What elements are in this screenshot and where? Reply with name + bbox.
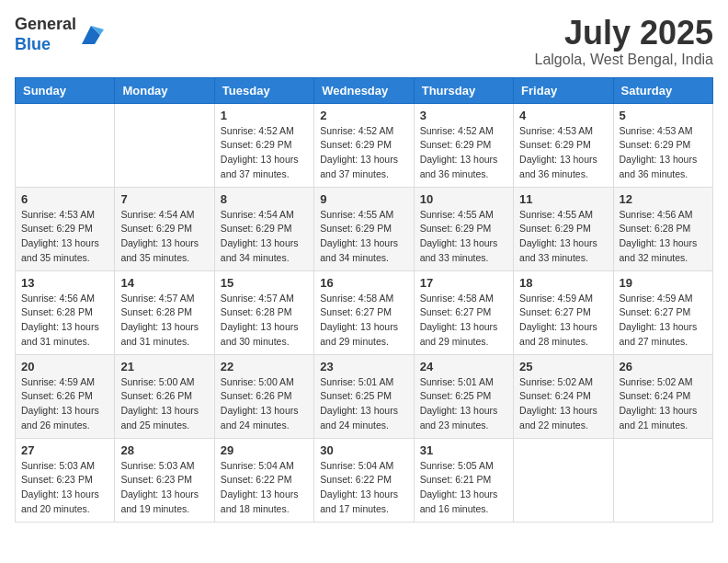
day-info: Sunrise: 4:55 AMSunset: 6:29 PMDaylight:…: [420, 208, 507, 266]
day-info: Sunrise: 5:01 AMSunset: 6:25 PMDaylight:…: [420, 375, 507, 433]
day-number: 5: [620, 109, 707, 122]
day-number: 14: [120, 276, 208, 290]
calendar-cell: 9Sunrise: 4:55 AMSunset: 6:29 PMDaylight…: [314, 187, 414, 270]
day-info: Sunrise: 5:00 AMSunset: 6:26 PMDaylight:…: [221, 375, 308, 433]
day-number: 21: [120, 360, 208, 373]
day-info: Sunrise: 4:56 AMSunset: 6:28 PMDaylight:…: [21, 292, 108, 350]
day-info: Sunrise: 5:04 AMSunset: 6:22 PMDaylight:…: [320, 459, 407, 517]
day-info: Sunrise: 4:58 AMSunset: 6:27 PMDaylight:…: [320, 292, 407, 350]
day-number: 9: [320, 192, 407, 206]
calendar-cell: 8Sunrise: 4:54 AMSunset: 6:29 PMDaylight…: [214, 187, 313, 270]
day-info: Sunrise: 4:53 AMSunset: 6:29 PMDaylight:…: [620, 124, 707, 182]
logo-general: General: [15, 15, 76, 33]
day-number: 29: [221, 443, 308, 457]
calendar-cell: 7Sunrise: 4:54 AMSunset: 6:29 PMDaylight…: [115, 187, 214, 270]
day-number: 7: [120, 192, 208, 206]
day-number: 11: [519, 192, 607, 206]
day-number: 15: [221, 276, 308, 290]
month-title: July 2025: [535, 15, 714, 52]
location-title: Lalgola, West Bengal, India: [535, 52, 714, 68]
day-info: Sunrise: 5:00 AMSunset: 6:26 PMDaylight:…: [120, 375, 208, 433]
calendar-cell: [613, 438, 712, 522]
day-info: Sunrise: 5:03 AMSunset: 6:23 PMDaylight:…: [120, 459, 208, 517]
calendar-cell: 29Sunrise: 5:04 AMSunset: 6:22 PMDayligh…: [214, 438, 313, 522]
header-tuesday: Tuesday: [214, 77, 313, 103]
day-info: Sunrise: 4:59 AMSunset: 6:26 PMDaylight:…: [21, 375, 108, 433]
calendar-table: SundayMondayTuesdayWednesdayThursdayFrid…: [15, 77, 713, 523]
day-info: Sunrise: 5:04 AMSunset: 6:22 PMDaylight:…: [221, 459, 308, 517]
calendar-cell: 26Sunrise: 5:02 AMSunset: 6:24 PMDayligh…: [613, 354, 712, 438]
day-number: 8: [221, 192, 308, 206]
week-row-5: 27Sunrise: 5:03 AMSunset: 6:23 PMDayligh…: [16, 438, 713, 522]
calendar-cell: 17Sunrise: 4:58 AMSunset: 6:27 PMDayligh…: [414, 270, 513, 354]
day-number: 25: [519, 360, 607, 373]
calendar-cell: 20Sunrise: 4:59 AMSunset: 6:26 PMDayligh…: [16, 354, 115, 438]
calendar-cell: 31Sunrise: 5:05 AMSunset: 6:21 PMDayligh…: [414, 438, 513, 522]
title-block: July 2025 Lalgola, West Bengal, India: [535, 15, 714, 68]
day-info: Sunrise: 5:03 AMSunset: 6:23 PMDaylight:…: [21, 459, 108, 517]
calendar-cell: 16Sunrise: 4:58 AMSunset: 6:27 PMDayligh…: [314, 270, 414, 354]
week-row-4: 20Sunrise: 4:59 AMSunset: 6:26 PMDayligh…: [16, 354, 713, 438]
day-info: Sunrise: 4:55 AMSunset: 6:29 PMDaylight:…: [320, 208, 407, 266]
day-number: 30: [320, 443, 407, 457]
calendar-cell: 25Sunrise: 5:02 AMSunset: 6:24 PMDayligh…: [514, 354, 613, 438]
day-number: 13: [21, 276, 108, 290]
day-info: Sunrise: 4:56 AMSunset: 6:28 PMDaylight:…: [620, 208, 707, 266]
header-wednesday: Wednesday: [314, 77, 414, 103]
day-info: Sunrise: 4:58 AMSunset: 6:27 PMDaylight:…: [420, 292, 507, 350]
calendar-cell: [514, 438, 613, 522]
calendar-cell: 1Sunrise: 4:52 AMSunset: 6:29 PMDaylight…: [214, 103, 313, 187]
calendar-cell: 11Sunrise: 4:55 AMSunset: 6:29 PMDayligh…: [514, 187, 613, 270]
calendar-cell: 22Sunrise: 5:00 AMSunset: 6:26 PMDayligh…: [214, 354, 313, 438]
calendar-cell: 24Sunrise: 5:01 AMSunset: 6:25 PMDayligh…: [414, 354, 513, 438]
calendar-cell: 5Sunrise: 4:53 AMSunset: 6:29 PMDaylight…: [613, 103, 712, 187]
day-number: 12: [620, 192, 707, 206]
day-number: 20: [21, 360, 108, 373]
day-info: Sunrise: 4:55 AMSunset: 6:29 PMDaylight:…: [519, 208, 607, 266]
calendar-cell: 28Sunrise: 5:03 AMSunset: 6:23 PMDayligh…: [115, 438, 214, 522]
day-number: 1: [221, 109, 308, 122]
day-number: 19: [620, 276, 707, 290]
calendar-cell: [115, 103, 214, 187]
header-monday: Monday: [115, 77, 214, 103]
day-number: 24: [420, 360, 507, 373]
logo: General Blue: [15, 15, 104, 54]
day-info: Sunrise: 4:52 AMSunset: 6:29 PMDaylight:…: [221, 124, 308, 182]
day-number: 28: [120, 443, 208, 457]
calendar-cell: [16, 103, 115, 187]
day-info: Sunrise: 4:59 AMSunset: 6:27 PMDaylight:…: [620, 292, 707, 350]
calendar-cell: 23Sunrise: 5:01 AMSunset: 6:25 PMDayligh…: [314, 354, 414, 438]
week-row-3: 13Sunrise: 4:56 AMSunset: 6:28 PMDayligh…: [16, 270, 713, 354]
day-number: 3: [420, 109, 507, 122]
calendar-cell: 12Sunrise: 4:56 AMSunset: 6:28 PMDayligh…: [613, 187, 712, 270]
day-info: Sunrise: 4:53 AMSunset: 6:29 PMDaylight:…: [519, 124, 607, 182]
day-info: Sunrise: 4:52 AMSunset: 6:29 PMDaylight:…: [420, 124, 507, 182]
calendar-cell: 6Sunrise: 4:53 AMSunset: 6:29 PMDaylight…: [16, 187, 115, 270]
logo-blue: Blue: [15, 35, 51, 53]
day-number: 17: [420, 276, 507, 290]
header-saturday: Saturday: [613, 77, 712, 103]
day-info: Sunrise: 5:02 AMSunset: 6:24 PMDaylight:…: [519, 375, 607, 433]
day-number: 23: [320, 360, 407, 373]
calendar-cell: 21Sunrise: 5:00 AMSunset: 6:26 PMDayligh…: [115, 354, 214, 438]
day-number: 27: [21, 443, 108, 457]
header-thursday: Thursday: [414, 77, 513, 103]
header-friday: Friday: [514, 77, 613, 103]
calendar-cell: 30Sunrise: 5:04 AMSunset: 6:22 PMDayligh…: [314, 438, 414, 522]
week-row-2: 6Sunrise: 4:53 AMSunset: 6:29 PMDaylight…: [16, 187, 713, 270]
calendar-cell: 19Sunrise: 4:59 AMSunset: 6:27 PMDayligh…: [613, 270, 712, 354]
calendar-cell: 4Sunrise: 4:53 AMSunset: 6:29 PMDaylight…: [514, 103, 613, 187]
calendar-cell: 2Sunrise: 4:52 AMSunset: 6:29 PMDaylight…: [314, 103, 414, 187]
day-info: Sunrise: 5:01 AMSunset: 6:25 PMDaylight:…: [320, 375, 407, 433]
calendar-cell: 13Sunrise: 4:56 AMSunset: 6:28 PMDayligh…: [16, 270, 115, 354]
calendar-cell: 18Sunrise: 4:59 AMSunset: 6:27 PMDayligh…: [514, 270, 613, 354]
day-number: 4: [519, 109, 607, 122]
page-header: General Blue July 2025 Lalgola, West Ben…: [15, 15, 713, 68]
day-info: Sunrise: 4:54 AMSunset: 6:29 PMDaylight:…: [221, 208, 308, 266]
day-info: Sunrise: 4:52 AMSunset: 6:29 PMDaylight:…: [320, 124, 407, 182]
day-info: Sunrise: 4:53 AMSunset: 6:29 PMDaylight:…: [21, 208, 108, 266]
calendar-cell: 14Sunrise: 4:57 AMSunset: 6:28 PMDayligh…: [115, 270, 214, 354]
day-info: Sunrise: 4:59 AMSunset: 6:27 PMDaylight:…: [519, 292, 607, 350]
day-info: Sunrise: 4:54 AMSunset: 6:29 PMDaylight:…: [120, 208, 208, 266]
day-info: Sunrise: 5:02 AMSunset: 6:24 PMDaylight:…: [620, 375, 707, 433]
